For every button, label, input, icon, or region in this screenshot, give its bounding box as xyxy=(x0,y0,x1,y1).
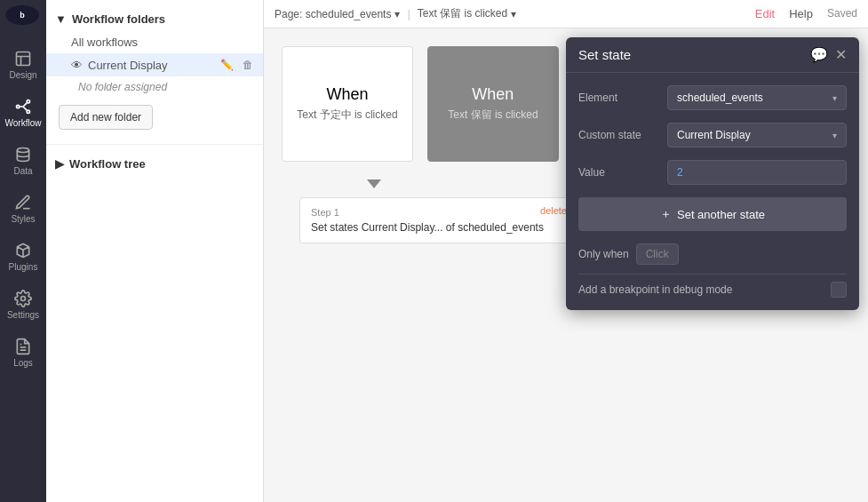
when-card-0[interactable]: When Text 予定中 is clicked xyxy=(282,46,413,162)
top-bar: Page: scheduled_events ▾ | Text 保留 is cl… xyxy=(264,0,868,28)
sidebar-item-styles[interactable]: Styles xyxy=(2,187,44,231)
only-when-value: Click xyxy=(646,248,669,260)
workflow-folders-header[interactable]: ▼ Workflow folders xyxy=(46,7,263,31)
sidebar-item-logs[interactable]: Logs xyxy=(2,331,44,375)
trigger-indicator: Text 保留 is clicked ▾ xyxy=(418,6,516,21)
custom-state-dropdown[interactable]: Current Display ▾ xyxy=(667,123,847,147)
sidebar-icons: b Design Workflow Data Styles Plugins Se… xyxy=(0,0,46,502)
svg-rect-0 xyxy=(17,52,30,66)
only-when-dropdown[interactable]: Click xyxy=(636,243,679,265)
main-content: Page: scheduled_events ▾ | Text 保留 is cl… xyxy=(264,0,868,502)
element-row: Element scheduled_events ▾ xyxy=(578,85,847,110)
debug-row: Add a breakpoint in debug mode xyxy=(578,274,847,298)
set-another-label: Set another state xyxy=(677,208,765,221)
workflow-folders-label: Workflow folders xyxy=(72,12,165,26)
element-value: scheduled_events xyxy=(677,92,763,104)
trigger-dropdown-icon[interactable]: ▾ xyxy=(511,8,516,20)
when-card-1[interactable]: When Text 保留 is clicked xyxy=(427,46,559,162)
svg-point-2 xyxy=(27,100,29,103)
set-state-title: Set state xyxy=(578,47,803,62)
svg-point-5 xyxy=(21,297,26,301)
folder-actions: ✏️ 🗑 xyxy=(218,58,256,72)
step-card-1[interactable]: Step 1 Set states Current Display... of … xyxy=(299,197,575,243)
edit-button[interactable]: Edit xyxy=(755,7,775,20)
workflow-tree-header[interactable]: ▶ Workflow tree xyxy=(46,152,263,176)
set-state-header: Set state 💬 ✕ xyxy=(566,37,859,73)
step-delete-btn[interactable]: delete xyxy=(540,205,567,216)
saved-indicator: Saved xyxy=(827,7,857,20)
plus-icon: ＋ xyxy=(660,206,672,222)
flow-arrow xyxy=(367,179,381,188)
separator: | xyxy=(407,7,410,20)
set-state-body: Element scheduled_events ▾ Custom state … xyxy=(566,73,859,310)
sidebar-item-data[interactable]: Data xyxy=(2,139,44,183)
workflow-canvas: When Text 予定中 is clicked When Text 保留 is… xyxy=(264,28,868,502)
custom-state-value: Current Display xyxy=(677,129,751,141)
value-content: 2 xyxy=(677,166,683,179)
debug-label: Add a breakpoint in debug mode xyxy=(578,283,824,296)
only-when-row: Only when Click xyxy=(578,243,847,265)
eye-icon: 👁 xyxy=(71,59,83,72)
sidebar-item-settings[interactable]: Settings xyxy=(2,283,44,327)
step-label: Step 1 xyxy=(311,207,563,218)
chevron-right-icon: ▶ xyxy=(55,157,64,171)
bubble-logo: b xyxy=(5,5,39,25)
debug-checkbox[interactable] xyxy=(831,282,847,298)
only-when-label: Only when xyxy=(578,248,629,260)
sidebar-item-plugins[interactable]: Plugins xyxy=(2,235,44,279)
sidebar-item-workflow[interactable]: Workflow xyxy=(2,91,44,135)
custom-state-chevron-icon: ▾ xyxy=(832,131,837,140)
workflow-tree-label: Workflow tree xyxy=(69,157,146,171)
page-label: Page: scheduled_events xyxy=(275,8,391,20)
custom-state-label: Custom state xyxy=(578,129,658,141)
svg-point-1 xyxy=(17,105,20,108)
current-display-label: Current Display xyxy=(88,59,168,72)
close-button[interactable]: ✕ xyxy=(835,46,847,63)
element-dropdown[interactable]: scheduled_events ▾ xyxy=(667,85,847,110)
top-bar-actions: Edit Help Saved xyxy=(755,7,857,20)
chevron-down-icon: ▼ xyxy=(55,12,67,26)
workflow-folders-section: ▼ Workflow folders All workflows 👁 Curre… xyxy=(46,0,263,144)
edit-folder-btn[interactable]: ✏️ xyxy=(218,58,236,72)
set-another-state-button[interactable]: ＋ Set another state xyxy=(578,197,847,231)
value-label: Value xyxy=(578,166,658,179)
element-chevron-icon: ▾ xyxy=(832,93,837,103)
page-indicator: Page: scheduled_events ▾ xyxy=(275,8,400,20)
no-folder-item: No folder assigned xyxy=(46,76,263,98)
sidebar-item-design[interactable]: Design xyxy=(2,43,44,87)
comment-button[interactable]: 💬 xyxy=(810,46,828,63)
element-label: Element xyxy=(578,92,658,104)
value-row: Value 2 xyxy=(578,160,847,185)
svg-point-3 xyxy=(27,110,29,113)
workflow-tree-section: ▶ Workflow tree xyxy=(46,144,263,183)
all-workflows-item[interactable]: All workflows xyxy=(46,31,263,53)
delete-folder-btn[interactable]: 🗑 xyxy=(240,58,256,72)
value-field[interactable]: 2 xyxy=(667,160,847,185)
custom-state-row: Custom state Current Display ▾ xyxy=(578,123,847,147)
set-state-panel: Set state 💬 ✕ Element scheduled_events ▾… xyxy=(566,37,859,310)
help-button[interactable]: Help xyxy=(789,7,813,20)
trigger-label: Text 保留 is clicked xyxy=(418,6,507,21)
page-dropdown-icon[interactable]: ▾ xyxy=(394,8,400,20)
add-folder-button[interactable]: Add new folder xyxy=(59,105,153,130)
left-panel: ▼ Workflow folders All workflows 👁 Curre… xyxy=(46,0,264,502)
svg-point-4 xyxy=(17,148,28,153)
current-display-item[interactable]: 👁 Current Display ✏️ 🗑 xyxy=(46,53,263,76)
step-content: Set states Current Display... of schedul… xyxy=(311,221,563,234)
